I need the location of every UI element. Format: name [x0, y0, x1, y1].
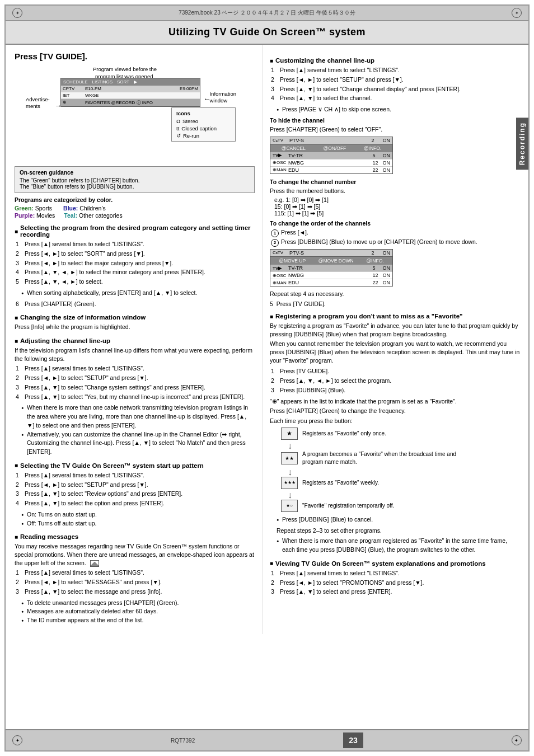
- page-title-banner: Utilizing TV Guide On Screen™ system: [6, 21, 528, 45]
- green-label: Green:: [15, 205, 34, 212]
- section-customizing-header: Customizing the channel line-up: [270, 57, 521, 64]
- list-item: When sorting alphabetically, press [ENTE…: [21, 289, 255, 298]
- list-item: 1Press [▲] several times to select "LIST…: [16, 471, 255, 480]
- ch-table1-row-2: ⊕OSC NWBG 12 ON: [270, 159, 392, 167]
- bottom-right-corner-mark: ✦: [512, 735, 522, 745]
- tv-guide-diagram: Program viewed before the program list w…: [26, 65, 244, 161]
- diagram-screen-header: SCHEDULE LISTINGS SORT ▶: [61, 78, 200, 86]
- diagram-row-1: CPTV E10-PM E9:00PM: [61, 86, 200, 92]
- icons-box: Icons ΩStereo ttClosed caption ↺Re-run: [171, 107, 236, 142]
- selecting-steps-list: 1Press [▲] several times to select "LIST…: [15, 240, 255, 287]
- reading-steps: 1Press [▲] several times to select "LIST…: [15, 569, 255, 596]
- adjusting-intro: If the television program list's channel…: [15, 346, 255, 363]
- section-tvguide-pattern-header: Selecting the TV Guide On Screen™ system…: [15, 462, 255, 469]
- top-bar-text: 7392em.book 23 ページ ２００４年４月２７日 火曜日 午後５時３０…: [27, 9, 507, 17]
- list-item: 3Press [DUBBING] (Blue).: [271, 386, 521, 395]
- ch-table2-row-2: ⊕OSC NWBG 12 ON: [270, 272, 392, 279]
- bottom-bar: ✦ RQT7392 23 ✦: [6, 729, 528, 750]
- list-item: 4Press [▲, ▼, ◄, ►] to select the minor …: [16, 268, 255, 277]
- ch-table2-row-3: ⊕MAN EDU 22 ON: [270, 279, 392, 286]
- favorite-bullets: Press [DUBBING] (Blue) to cancel.: [270, 515, 521, 524]
- adjusting-bullets: When there is more than one cable networ…: [15, 403, 255, 457]
- envelope-icon: [90, 560, 99, 567]
- channel-order-header: To change the order of the channels: [270, 220, 521, 227]
- list-item: Alternatively, you can customize the cha…: [21, 430, 255, 457]
- ch-table2-row-1: TV▶ TV-TR 5 ON: [270, 265, 392, 272]
- color-categories: Green: Sports Blue: Children's Purple: M…: [15, 205, 255, 219]
- icon-stereo: ΩStereo: [176, 118, 231, 124]
- fav-arrow-1: ↓: [281, 442, 521, 450]
- list-item: Press [DUBBING] (Blue) to cancel.: [277, 515, 521, 524]
- right-column: Customizing the channel line-up 1Press […: [263, 45, 528, 634]
- blue-label: Blue:: [63, 205, 78, 212]
- diagram-row-2: IET WKGE: [61, 92, 200, 99]
- list-item: 3Press [▲, ▼] to select the message and …: [16, 588, 255, 597]
- list-item: To delete unwanted messages press [CHAPT…: [21, 599, 255, 608]
- diagram-arrow-right: ←: [204, 95, 210, 103]
- section-press-tvguide-title: Press [TV GUIDE].: [15, 51, 255, 61]
- hide-channel-text: Press [CHAPTER] (Green) to select "OFF".: [270, 125, 521, 134]
- repeat-step4: Repeat step 4 as necessary.: [270, 290, 521, 299]
- list-item: The ID number appears at the end of the …: [21, 616, 255, 625]
- list-item: 1Press [TV GUIDE].: [271, 367, 521, 376]
- list-item: 4Press [▲, ▼] to select "Yes, but my cha…: [16, 393, 255, 402]
- model-number: RQT7392: [171, 738, 195, 744]
- selecting-step6-list: 6Press [CHAPTER] (Green).: [15, 300, 255, 309]
- reading-intro: You may receive messages regarding new T…: [15, 542, 255, 567]
- reading-bullets: To delete unwanted messages press [CHAPT…: [15, 599, 255, 625]
- ch-table1-row-3: ⊕MAN EDU 22 ON: [270, 167, 392, 173]
- purple-label: Purple:: [15, 212, 35, 219]
- fav-arrow-3: ↓: [281, 491, 521, 500]
- each-time-text: Each time you press the button:: [270, 417, 521, 426]
- main-content: Press [TV GUIDE]. Program viewed before …: [6, 45, 528, 634]
- fav-row-1: ★ Registers as "Favorite" only once.: [281, 428, 521, 440]
- top-bar: ✦ 7392em.book 23 ページ ２００４年４月２７日 火曜日 午後５時…: [6, 6, 528, 21]
- ch-table2-top-row: C₂TV PTV-S 2 ON: [270, 250, 392, 257]
- list-item: 2Press [◄, ►] to select "SETUP" and pres…: [16, 481, 255, 490]
- channel-table-2: C₂TV PTV-S 2 ON @MOVE UP @MOVE DOWN @INF…: [270, 249, 393, 287]
- favorite-steps: 1Press [TV GUIDE]. 2Press [▲, ▼, ◄, ►] t…: [270, 367, 521, 395]
- recording-sidebar: Recording: [516, 118, 528, 170]
- list-item: On: Turns on auto start up.: [21, 510, 255, 519]
- list-item: 1Press [▲] several times to select "LIST…: [16, 364, 255, 373]
- list-item: Press [PAGE ∨ CH ∧] to skip one screen.: [277, 105, 521, 114]
- list-item: 2Press [◄, ►] to select "SETUP" and pres…: [16, 374, 255, 383]
- list-item: 1Press [▲] several times to select "LIST…: [271, 66, 521, 75]
- favorite-more-bullets: When there is more than one program regi…: [270, 537, 521, 555]
- diagram-label-advertise: Advertise-ments: [26, 96, 50, 110]
- list-item: 3Press [▲, ▼] to select "Change system s…: [16, 383, 255, 392]
- fav-row-2: ★★ A program becomes a "Favorite" when t…: [281, 450, 521, 466]
- favorite-icons-flow: ★ Registers as "Favorite" only once. ↓ ★…: [281, 428, 521, 512]
- ch-table1-row-1: TV▶ TV-TR 5 ON: [270, 152, 392, 159]
- section-reading-header: Reading messages: [15, 533, 255, 540]
- fav-icon-4: ★○: [281, 500, 298, 512]
- list-item: Messages are automatically deleted after…: [21, 607, 255, 616]
- fav-row-4: ★○ "Favorite" registration temporarily o…: [281, 500, 521, 512]
- bottom-left-corner-mark: ✦: [12, 735, 22, 745]
- list-item: 5Press [▲, ▼, ◄, ►] to select.: [16, 278, 255, 287]
- channel-table-1: C₂TV PTV-S 2 ON @CANCEL @ON/OFF @INFO. T…: [270, 137, 393, 174]
- fav-icon-2: ★★: [281, 452, 298, 464]
- page-number-box: 23: [343, 732, 363, 748]
- list-item: 1Press [▲] several times to select "LIST…: [271, 569, 521, 578]
- section-adjusting-header: Adjusting the channel line-up: [15, 337, 255, 344]
- section-favorite-header: Registering a program you don't want to …: [270, 313, 521, 320]
- list-item: 2Press [▲, ▼, ◄, ►] to select the progra…: [271, 377, 521, 386]
- top-right-corner-mark: ✦: [512, 8, 522, 18]
- list-item: 3Press [◄, ►] to select the major catego…: [16, 259, 255, 268]
- guidance-title: On-screen guidance: [20, 170, 250, 176]
- list-item: 3Press [▲, ▼] to select and press [ENTER…: [271, 588, 521, 597]
- list-item: When there is more than one program regi…: [277, 537, 521, 555]
- list-item: 3Press [▲, ▼] to select "Change channel …: [271, 85, 521, 94]
- page-title: Utilizing TV Guide On Screen™ system: [17, 26, 517, 38]
- top-left-corner-mark: ✦: [12, 8, 22, 18]
- list-item: When there is more than one cable networ…: [21, 403, 255, 430]
- list-item: Off: Turns off auto start up.: [21, 519, 255, 528]
- list-item: 1Press [▲] several times to select "LIST…: [16, 240, 255, 249]
- appears-text: "⊕" appears in the list to indicate that…: [270, 397, 521, 406]
- channel-number-header: To change the channel number: [270, 179, 521, 185]
- section-viewing-header: Viewing TV Guide On Screen™ system expla…: [270, 560, 521, 567]
- tvguide-pattern-bullets: On: Turns on auto start up. Off: Turns o…: [15, 510, 255, 528]
- channel-order-steps: 1 Press [◄]. 2 Press [DUBBING] (Blue) to…: [270, 228, 521, 247]
- fav-desc-2: A program becomes a "Favorite" when the …: [302, 450, 459, 466]
